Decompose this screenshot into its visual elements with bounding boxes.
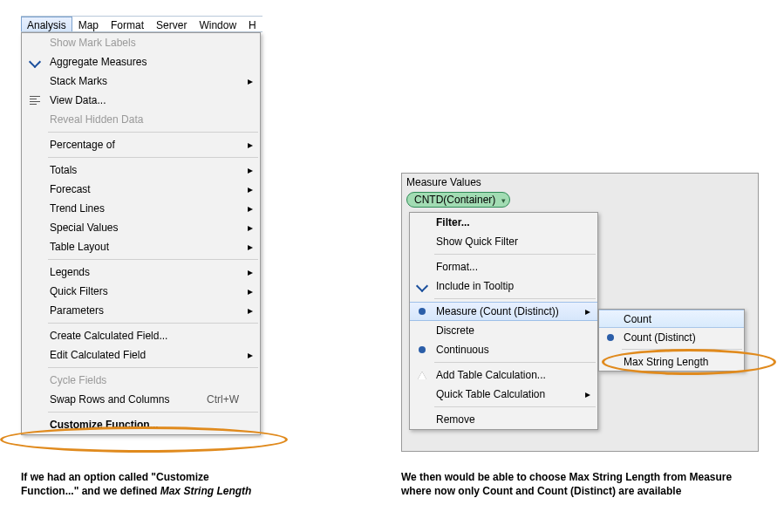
menu-separator bbox=[48, 259, 258, 260]
menu-item-label: Add Table Calculation... bbox=[434, 369, 582, 381]
measure-sub-count-distinct[interactable]: Count (Distinct) bbox=[599, 328, 744, 346]
menu-item-label: Quick Table Calculation bbox=[434, 388, 582, 400]
ctx-item-quick-table-calculation[interactable]: Quick Table Calculation▸ bbox=[410, 385, 597, 404]
ctx-item-discrete[interactable]: Discrete bbox=[410, 321, 597, 340]
analysis-item-create-calculated-field[interactable]: Create Calculated Field... bbox=[22, 326, 260, 345]
menu-item-label: Edit Calculated Field bbox=[48, 349, 244, 361]
analysis-item-edit-calculated-field[interactable]: Edit Calculated Field▸ bbox=[22, 345, 260, 365]
submenu-arrow-icon: ▸ bbox=[582, 388, 590, 400]
submenu-arrow-icon: ▸ bbox=[582, 305, 590, 317]
measure-sub-count[interactable]: Count bbox=[599, 310, 744, 328]
submenu-arrow-icon: ▸ bbox=[244, 139, 253, 151]
caption-left: If we had an option called "Customize Fu… bbox=[21, 471, 265, 498]
menu-item-label: Count bbox=[622, 313, 728, 325]
menu-item-label: Continuous bbox=[434, 344, 582, 356]
menu-separator bbox=[434, 406, 596, 407]
menu-item-label: Show Mark Labels bbox=[48, 37, 244, 49]
analysis-item-aggregate-measures[interactable]: Aggregate Measures bbox=[22, 52, 260, 72]
analysis-item-quick-filters[interactable]: Quick Filters▸ bbox=[22, 282, 260, 301]
menu-item-label: Legends bbox=[48, 266, 244, 278]
caption-left-em: Max String Length bbox=[160, 485, 252, 497]
ctx-item-filter[interactable]: Filter... bbox=[410, 213, 597, 232]
menubar-item-help[interactable]: H bbox=[242, 17, 262, 31]
menu-item-label: Parameters bbox=[48, 304, 244, 317]
analysis-item-percentage-of[interactable]: Percentage of▸ bbox=[22, 135, 260, 154]
menu-item-label: Trend Lines bbox=[48, 202, 244, 215]
analysis-item-totals[interactable]: Totals▸ bbox=[22, 160, 260, 180]
menu-separator bbox=[434, 362, 596, 363]
submenu-arrow-icon: ▸ bbox=[244, 241, 253, 253]
ctx-item-add-table-calculation[interactable]: Add Table Calculation... bbox=[410, 365, 597, 385]
check-icon bbox=[22, 58, 48, 66]
menu-separator bbox=[48, 132, 258, 133]
analysis-item-legends[interactable]: Legends▸ bbox=[22, 263, 260, 282]
menu-accelerator: Ctrl+W bbox=[207, 393, 244, 406]
pill-cntd-container[interactable]: CNTD(Container) bbox=[406, 192, 510, 208]
dot-solid-icon bbox=[599, 334, 622, 341]
menu-separator bbox=[434, 298, 596, 299]
menu-separator bbox=[48, 412, 258, 413]
menu-item-label: Forecast bbox=[48, 183, 244, 195]
ctx-item-remove[interactable]: Remove bbox=[410, 410, 597, 429]
analysis-item-view-data[interactable]: View Data... bbox=[22, 91, 260, 110]
ctx-item-include-in-tooltip[interactable]: Include in Tooltip bbox=[410, 276, 597, 296]
measure-submenu: CountCount (Distinct)Max String Length bbox=[598, 309, 745, 372]
menubar-item-analysis[interactable]: Analysis bbox=[21, 17, 72, 31]
analysis-item-customize-function[interactable]: Customize Function... bbox=[22, 415, 260, 434]
ctx-item-format[interactable]: Format... bbox=[410, 257, 597, 276]
menu-item-label: Quick Filters bbox=[48, 285, 244, 297]
submenu-arrow-icon: ▸ bbox=[244, 285, 253, 297]
menubar-item-map[interactable]: Map bbox=[72, 17, 105, 31]
menu-item-label: Discrete bbox=[434, 324, 582, 337]
menu-item-label: Reveal Hidden Data bbox=[48, 113, 244, 126]
menu-item-label: Max String Length bbox=[622, 356, 728, 368]
menu-item-label: Percentage of bbox=[48, 139, 244, 151]
ctx-item-continuous[interactable]: Continuous bbox=[410, 340, 597, 359]
menu-item-label: Stack Marks bbox=[48, 75, 244, 87]
menubar-item-format[interactable]: Format bbox=[105, 17, 150, 31]
analysis-item-reveal-hidden-data: Reveal Hidden Data bbox=[22, 110, 260, 129]
submenu-arrow-icon: ▸ bbox=[244, 164, 253, 176]
triangle-icon bbox=[410, 372, 434, 379]
caption-right: We then would be able to choose Max Stri… bbox=[401, 471, 741, 498]
menu-item-label: Create Calculated Field... bbox=[48, 330, 244, 342]
submenu-arrow-icon: ▸ bbox=[244, 75, 253, 87]
submenu-arrow-icon: ▸ bbox=[244, 202, 253, 215]
submenu-arrow-icon: ▸ bbox=[244, 222, 253, 234]
dot-solid-icon bbox=[410, 308, 434, 315]
analysis-item-cycle-fields: Cycle Fields bbox=[22, 371, 260, 390]
ctx-item-show-quick-filter[interactable]: Show Quick Filter bbox=[410, 232, 597, 251]
analysis-item-special-values[interactable]: Special Values▸ bbox=[22, 218, 260, 237]
analysis-item-forecast[interactable]: Forecast▸ bbox=[22, 180, 260, 199]
analysis-item-stack-marks[interactable]: Stack Marks▸ bbox=[22, 72, 260, 91]
menu-item-label: Cycle Fields bbox=[48, 374, 244, 386]
analysis-item-show-mark-labels: Show Mark Labels bbox=[22, 33, 260, 52]
analysis-item-swap-rows-and-columns[interactable]: Swap Rows and ColumnsCtrl+W bbox=[22, 390, 260, 409]
submenu-arrow-icon: ▸ bbox=[244, 304, 253, 317]
menu-item-label: Special Values bbox=[48, 222, 244, 234]
measure-sub-max-string-length[interactable]: Max String Length bbox=[599, 352, 744, 371]
measure-values-label: Measure Values bbox=[406, 176, 481, 188]
analysis-dropdown: Show Mark LabelsAggregate MeasuresStack … bbox=[21, 32, 261, 435]
menu-separator bbox=[622, 349, 742, 350]
submenu-arrow-icon: ▸ bbox=[244, 266, 253, 278]
data-bars-icon bbox=[22, 96, 48, 105]
submenu-arrow-icon: ▸ bbox=[244, 183, 253, 195]
pill-context-menu: Filter...Show Quick FilterFormat...Inclu… bbox=[409, 212, 598, 430]
menu-item-label: Show Quick Filter bbox=[434, 235, 582, 248]
analysis-item-parameters[interactable]: Parameters▸ bbox=[22, 301, 260, 320]
menubar-item-server[interactable]: Server bbox=[150, 17, 193, 31]
dot-solid-icon bbox=[410, 346, 434, 353]
analysis-item-table-layout[interactable]: Table Layout▸ bbox=[22, 237, 260, 256]
menu-separator bbox=[48, 323, 258, 324]
menu-separator bbox=[48, 367, 258, 368]
menu-item-label: Include in Tooltip bbox=[434, 280, 582, 292]
menubar-item-window[interactable]: Window bbox=[193, 17, 242, 31]
analysis-item-trend-lines[interactable]: Trend Lines▸ bbox=[22, 199, 260, 218]
menu-item-label: View Data... bbox=[48, 94, 244, 106]
menu-separator bbox=[48, 157, 258, 158]
submenu-arrow-icon: ▸ bbox=[244, 349, 253, 361]
ctx-item-measure-count-distinct[interactable]: Measure (Count (Distinct))▸ bbox=[410, 302, 597, 321]
menu-item-label: Table Layout bbox=[48, 241, 244, 253]
menu-item-label: Remove bbox=[434, 413, 582, 426]
